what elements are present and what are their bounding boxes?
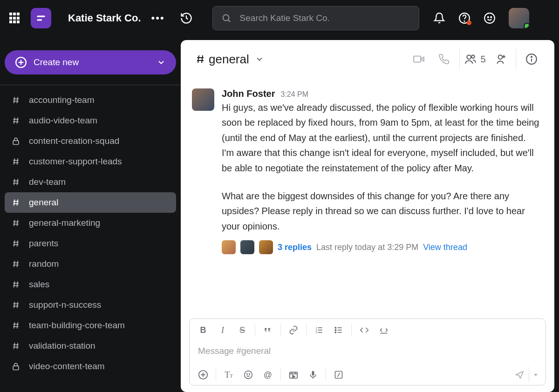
svg-line-40 [17, 240, 18, 246]
send-button[interactable] [510, 367, 529, 383]
emoji-button[interactable] [484, 12, 496, 24]
svg-point-5 [464, 21, 464, 21]
bold-button[interactable]: B [193, 322, 213, 338]
last-reply-time: Last reply today at 3:29 PM [316, 243, 418, 252]
svg-line-107 [516, 375, 519, 375]
plus-circle-icon [15, 56, 27, 68]
channel-info-button[interactable] [519, 50, 544, 68]
message-author[interactable]: John Foster [222, 88, 275, 99]
hash-icon [11, 341, 20, 351]
svg-point-75 [531, 56, 532, 57]
create-new-button[interactable]: Create new [5, 50, 176, 74]
video-call-button[interactable] [406, 50, 431, 68]
strikethrough-button[interactable]: S [232, 322, 252, 338]
message-time: 3:24 PM [280, 90, 308, 99]
chevron-down-icon [157, 58, 166, 67]
unordered-list-button[interactable] [329, 322, 348, 338]
mention-button[interactable]: @ [258, 366, 278, 383]
channel-item-general-marketing[interactable]: general-marketing [5, 213, 176, 233]
svg-line-65 [202, 55, 203, 63]
channel-label: content-creation-squad [29, 136, 119, 146]
channel-item-sales[interactable]: sales [5, 274, 176, 295]
svg-line-56 [17, 322, 18, 328]
svg-point-93 [247, 374, 248, 375]
ol-icon: 123 [314, 325, 324, 335]
app-logo[interactable] [31, 8, 51, 28]
code-block-button[interactable] [374, 322, 394, 338]
add-person-icon [494, 53, 506, 65]
hash-icon [11, 157, 20, 166]
send-icon [514, 370, 525, 380]
svg-point-94 [249, 374, 250, 375]
user-avatar[interactable] [509, 8, 529, 28]
video-clip-button[interactable] [284, 366, 303, 383]
workspace-menu-button[interactable]: ••• [151, 12, 165, 24]
italic-button[interactable]: I [213, 322, 232, 338]
replies-count[interactable]: 3 replies [278, 243, 312, 252]
smile-icon [244, 370, 253, 379]
channel-item-general[interactable]: general [5, 192, 176, 213]
search-input[interactable] [240, 13, 410, 23]
chevron-down-icon [255, 54, 264, 64]
bell-icon [433, 12, 445, 24]
lock-icon [11, 136, 20, 146]
quote-icon [263, 325, 273, 335]
svg-point-70 [498, 55, 503, 59]
channel-item-customer-support-leads[interactable]: customer-support-leads [5, 151, 176, 172]
channel-label: accounting-team [29, 95, 94, 105]
composer: B I S 123 [189, 318, 546, 385]
channel-item-parents[interactable]: parents [5, 233, 176, 254]
message-avatar[interactable] [192, 88, 214, 111]
workspace-name[interactable]: Katie Stark Co. [68, 12, 141, 24]
hash-icon [11, 280, 20, 289]
channel-item-random[interactable]: random [5, 254, 176, 274]
svg-marker-108 [534, 374, 538, 376]
svg-rect-61 [13, 366, 19, 370]
notifications-button[interactable] [433, 12, 445, 24]
thread-summary[interactable]: 3 replies Last reply today at 3:29 PM Vi… [222, 240, 540, 254]
view-thread-link[interactable]: View thread [423, 243, 467, 252]
channel-item-team-building-core-team[interactable]: team-building-core-team [5, 315, 176, 336]
svg-line-36 [17, 220, 18, 226]
svg-line-14 [14, 97, 15, 103]
channel-label: general [29, 197, 58, 208]
channel-item-accounting-team[interactable]: accounting-team [5, 90, 176, 110]
svg-line-31 [14, 199, 15, 205]
link-button[interactable] [284, 322, 303, 338]
quote-button[interactable] [258, 322, 278, 338]
channel-item-video-content-team[interactable]: video-content-team [5, 356, 176, 377]
ordered-list-button[interactable]: 123 [309, 322, 329, 338]
channel-item-validation-station[interactable]: validation-station [5, 336, 176, 356]
shortcuts-button[interactable] [329, 366, 348, 383]
channel-item-content-creation-squad[interactable]: content-creation-squad [5, 131, 176, 151]
format-toolbar: B I S 123 [190, 319, 545, 339]
code-button[interactable] [354, 322, 374, 338]
svg-line-103 [338, 373, 340, 377]
channel-label: video-content-team [29, 361, 105, 372]
send-options-button[interactable] [529, 367, 542, 383]
search-bar[interactable] [212, 6, 419, 30]
channel-item-dev-team[interactable]: dev-team [5, 172, 176, 192]
history-button[interactable] [180, 12, 193, 25]
attach-button[interactable] [193, 366, 213, 383]
svg-line-23 [14, 158, 15, 164]
apps-menu-button[interactable] [9, 13, 20, 24]
channel-item-audio-video-team[interactable]: audio-video-team [5, 110, 176, 131]
channel-title[interactable]: general [195, 52, 264, 67]
members-button[interactable]: 5 [463, 50, 488, 68]
emoji-picker-button[interactable] [239, 366, 258, 383]
link-icon [289, 325, 298, 335]
audio-clip-button[interactable] [303, 366, 323, 383]
channel-label: customer-support-leads [29, 156, 122, 167]
hash-icon [11, 321, 20, 330]
hash-icon [11, 95, 20, 105]
add-member-button[interactable] [488, 50, 513, 68]
sidebar: Create new accounting-teamaudio-video-te… [0, 36, 181, 392]
format-toggle-button[interactable]: TT [219, 366, 239, 383]
help-button[interactable] [458, 12, 470, 24]
mic-icon [308, 370, 318, 379]
audio-call-button[interactable] [431, 50, 457, 68]
composer-input[interactable]: Message #general [190, 339, 545, 365]
channel-item-support-n-success[interactable]: support-n-success [5, 295, 176, 315]
svg-point-86 [335, 330, 336, 331]
